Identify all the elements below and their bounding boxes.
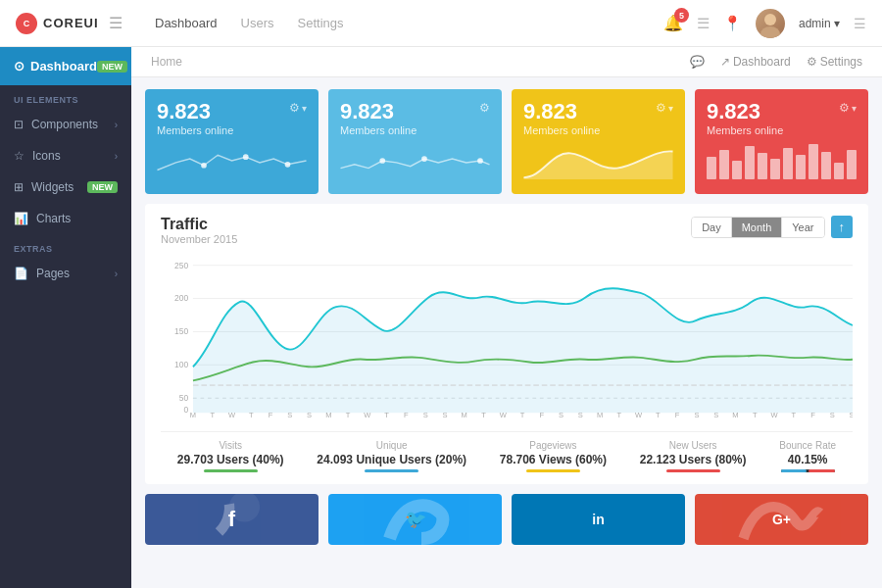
topnav-links: Dashboard Users Settings: [147, 16, 663, 30]
svg-text:S: S: [850, 411, 853, 419]
svg-text:S: S: [423, 411, 428, 419]
icons-chevron: ›: [115, 151, 118, 162]
sidebar-section-ui: UI ELEMENTS: [0, 85, 131, 109]
social-card-facebook[interactable]: f: [145, 494, 318, 545]
svg-point-2: [201, 163, 207, 169]
breadcrumb-dashboard-link[interactable]: ↗ Dashboard: [720, 55, 791, 69]
svg-text:S: S: [713, 411, 718, 419]
sidebar: ⊙ Dashboard NEW UI ELEMENTS ⊡ Components…: [0, 47, 131, 588]
stat-newusers-value: 22.123 Users (80%): [640, 453, 747, 466]
stat-unique-bar: [365, 469, 418, 472]
traffic-subtitle: November 2015: [161, 233, 237, 245]
sidebar-item-widgets[interactable]: ⊞ Widgets NEW: [0, 172, 131, 203]
svg-point-3: [243, 154, 249, 160]
sidebar-item-pages[interactable]: 📄 Pages ›: [0, 258, 131, 289]
breadcrumb-settings-link[interactable]: ⚙ Settings: [807, 55, 862, 69]
components-icon: ⊡: [14, 118, 24, 131]
breadcrumb-home[interactable]: Home: [151, 55, 182, 69]
stat-visits: Visits 29.703 Users (40%): [177, 440, 284, 472]
svg-text:T: T: [520, 411, 525, 419]
stat-pageviews-label: Pageviews: [500, 440, 607, 451]
stat-cards-row: 9.823 Members online ⚙▾: [145, 89, 868, 194]
stat-unique-value: 24.093 Unique Users (20%): [317, 453, 466, 466]
stat-bounce-label: Bounce Rate: [779, 440, 836, 451]
traffic-btn-day[interactable]: Day: [692, 218, 732, 237]
traffic-button-group: Day Month Year: [691, 217, 824, 238]
stat-gear-3[interactable]: ⚙▾: [656, 101, 673, 115]
stat-gear-4[interactable]: ⚙▾: [839, 101, 857, 115]
dashboard-badge: NEW: [97, 61, 127, 73]
location-icon[interactable]: 📍: [723, 15, 742, 32]
stat-newusers-bar: [666, 469, 720, 472]
svg-text:M: M: [190, 411, 196, 419]
widgets-badge: NEW: [87, 181, 118, 193]
breadcrumb-chat-icon[interactable]: 💬: [690, 55, 705, 69]
chart-line-icon: ↗: [720, 55, 730, 69]
hamburger-icon[interactable]: ☰: [109, 14, 122, 32]
main: Home 💬 ↗ Dashboard ⚙ Settings: [131, 47, 882, 588]
stat-card-red: 9.823 Members online ⚙▾: [695, 89, 868, 194]
content: 9.823 Members online ⚙▾: [131, 77, 882, 588]
sparkline-3: [523, 142, 673, 179]
svg-point-7: [477, 158, 483, 164]
stat-pageviews-bar: [526, 469, 580, 472]
traffic-refresh-btn[interactable]: ↑: [831, 216, 854, 238]
sparkline-2: [340, 142, 490, 179]
social-card-twitter[interactable]: 🐦: [328, 494, 502, 545]
stat-unique-label: Unique: [317, 440, 466, 451]
sidebar-dashboard[interactable]: ⊙ Dashboard NEW: [0, 47, 131, 85]
pages-icon: 📄: [14, 267, 28, 280]
stat-bars: [707, 142, 857, 179]
sidebar-item-components[interactable]: ⊡ Components ›: [0, 109, 131, 140]
traffic-btn-year[interactable]: Year: [782, 218, 823, 237]
svg-text:T: T: [384, 411, 389, 419]
svg-text:T: T: [656, 411, 661, 419]
svg-text:T: T: [210, 411, 215, 419]
topnav-menu-icon[interactable]: ☰: [854, 16, 866, 31]
layout: ⊙ Dashboard NEW UI ELEMENTS ⊡ Components…: [0, 47, 882, 588]
components-label: Components: [31, 118, 98, 131]
widgets-label: Widgets: [31, 180, 74, 194]
svg-text:F: F: [404, 411, 409, 419]
svg-text:S: S: [307, 411, 312, 419]
stat-bounce-value: 40.15%: [779, 453, 836, 466]
admin-label[interactable]: admin ▾: [799, 17, 840, 30]
stat-value-3: 9.823: [523, 101, 600, 122]
nav-link-users[interactable]: Users: [241, 16, 274, 30]
logo-text: COREUI: [43, 16, 99, 30]
traffic-chart: 250 200 150 100 50 0: [161, 251, 853, 427]
stat-value-1: 9.823: [157, 101, 233, 122]
social-row: f 🐦 in G+: [145, 494, 868, 545]
stat-gear-1[interactable]: ⚙▾: [289, 101, 307, 115]
sidebar-item-charts[interactable]: 📊 Charts: [0, 203, 131, 234]
stat-value-2: 9.823: [340, 101, 416, 122]
stat-visits-label: Visits: [177, 440, 284, 451]
list-icon[interactable]: ☰: [697, 15, 710, 32]
topnav-right: 🔔 5 ☰ 📍 admin ▾ ☰: [663, 9, 866, 38]
svg-text:M: M: [462, 411, 467, 419]
social-card-linkedin[interactable]: in: [512, 494, 685, 545]
charts-icon: 📊: [14, 212, 28, 225]
notification-bell[interactable]: 🔔 5: [663, 14, 683, 32]
stat-value-4: 9.823: [707, 101, 783, 122]
svg-text:S: S: [830, 411, 835, 419]
stat-label-3: Members online: [523, 124, 600, 136]
dashboard-icon: ⊙: [14, 59, 24, 74]
traffic-btn-month[interactable]: Month: [732, 218, 783, 237]
dashboard-label: Dashboard: [30, 59, 97, 74]
icons-label: Icons: [32, 149, 61, 163]
nav-link-dashboard[interactable]: Dashboard: [155, 16, 218, 30]
nav-link-settings[interactable]: Settings: [298, 16, 344, 30]
components-chevron: ›: [115, 120, 118, 130]
svg-point-0: [764, 14, 776, 25]
social-card-googleplus[interactable]: G+: [695, 494, 868, 545]
svg-text:F: F: [810, 411, 815, 419]
svg-point-5: [379, 158, 385, 164]
svg-text:S: S: [559, 411, 564, 419]
stats-row: Visits 29.703 Users (40%) Unique 24.093 …: [161, 431, 853, 472]
avatar[interactable]: [756, 9, 785, 38]
svg-point-6: [421, 156, 427, 162]
sidebar-item-icons[interactable]: ☆ Icons ›: [0, 140, 131, 172]
svg-text:W: W: [635, 411, 643, 419]
stat-gear-2[interactable]: ⚙: [479, 101, 490, 115]
